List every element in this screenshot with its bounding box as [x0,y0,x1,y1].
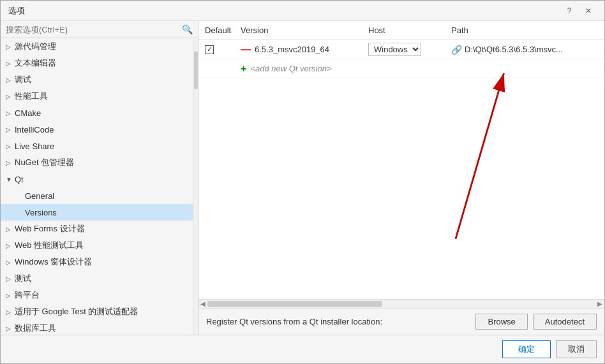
tree-item-google-test[interactable]: ▷适用于 Google Test 的测试适配器 [1,303,193,320]
tree-label-source-control: 源代码管理 [15,41,56,52]
dialog-title: 选项 [8,5,561,17]
cancel-button[interactable]: 取消 [556,340,597,358]
tree-label-nuget: NuGet 包管理器 [15,157,74,168]
tree-item-qt-versions[interactable]: Versions [1,204,193,221]
tree-arrow-perf-tools: ▷ [6,93,15,100]
col-header-version: Version [237,25,364,35]
arrow-overlay [198,40,604,299]
tree-item-web-forms[interactable]: ▷Web Forms 设计器 [1,221,193,237]
tree-arrow-intellicode: ▷ [6,126,15,133]
table-row: — 6.5.3_msvc2019_64 Windows 🔗 D:\Qt\Qt6.… [198,40,604,59]
search-icon: 🔍 [182,24,193,34]
table-body: — 6.5.3_msvc2019_64 Windows 🔗 D:\Qt\Qt6.… [198,40,604,299]
tree-item-db-tools[interactable]: ▷数据库工具 [1,320,193,335]
search-bar: 🔍 [1,21,198,38]
title-bar-controls: ? ✕ [561,4,597,18]
tree-arrow-test: ▷ [6,275,15,282]
tree-arrow-live-share: ▷ [6,143,15,150]
tree-arrow-source-control: ▷ [6,43,15,50]
tree-arrow-google-test: ▷ [6,309,15,316]
dialog-body: 🔍 ▷源代码管理▷文本编辑器▷调试▷性能工具▷CMake▷IntelliCode… [1,21,604,335]
tree-item-cmake[interactable]: ▷CMake [1,105,193,121]
tree-label-perf-tools: 性能工具 [15,91,48,102]
confirm-button[interactable]: 确定 [502,340,551,358]
tree-arrow-debug: ▷ [6,76,15,84]
tree-arrow-web-forms: ▷ [6,226,15,233]
tree-item-intellicode[interactable]: ▷IntelliCode [1,121,193,138]
tree-arrow-db-tools: ▷ [6,325,15,332]
tree-item-debug[interactable]: ▷调试 [1,71,193,88]
close-button[interactable]: ✕ [580,4,597,18]
tree-label-web-perf: Web 性能测试工具 [15,240,84,251]
tree-label-intellicode: IntelliCode [15,125,54,135]
left-panel-inner: ▷源代码管理▷文本编辑器▷调试▷性能工具▷CMake▷IntelliCode▷L… [1,38,198,335]
cell-path: 🔗 D:\Qt\Qt6.5.3\6.5.3\msvc... [447,45,604,55]
register-row: Register Qt versions from a Qt installer… [198,308,604,335]
right-panel: Default Version Host Path — 6.5.3_msvc20… [198,21,604,335]
browse-button[interactable]: Browse [475,314,527,330]
autodetect-button[interactable]: Autodetect [533,314,597,330]
tree-arrow-cross-platform: ▷ [6,292,15,299]
help-button[interactable]: ? [561,4,578,18]
tree-container: ▷源代码管理▷文本编辑器▷调试▷性能工具▷CMake▷IntelliCode▷L… [1,38,193,335]
register-label: Register Qt versions from a Qt installer… [206,317,470,326]
path-icon: 🔗 [451,45,462,55]
tree-item-source-control[interactable]: ▷源代码管理 [1,38,193,55]
table-header: Default Version Host Path [198,21,604,40]
left-scrollbar [193,38,198,335]
scroll-right-arrow[interactable]: ▶ [595,300,604,307]
tree-item-nuget[interactable]: ▷NuGet 包管理器 [1,154,193,171]
cell-version: — 6.5.3_msvc2019_64 [237,44,364,55]
tree-arrow-nuget: ▷ [6,159,15,166]
host-select[interactable]: Windows [368,43,421,56]
tree-label-db-tools: 数据库工具 [15,323,56,334]
col-header-default: Default [198,25,237,35]
col-header-host: Host [364,25,447,35]
svg-line-1 [456,73,504,239]
search-input[interactable] [6,25,178,34]
tree-item-qt-general[interactable]: General [1,187,193,204]
tree-arrow-qt: ▼ [6,176,15,183]
scrollbar-thumb [207,301,382,307]
tree-item-web-perf[interactable]: ▷Web 性能测试工具 [1,237,193,254]
tree-item-text-editor[interactable]: ▷文本编辑器 [1,55,193,71]
options-dialog: 选项 ? ✕ 🔍 ▷源代码管理▷文本编辑器▷调试▷性能工具▷CMake▷Inte… [0,0,605,364]
tree-label-cmake: CMake [15,108,41,118]
table-scrollbar: ◀ ▶ [198,299,604,308]
tree-label-qt-general: General [25,191,54,201]
tree-arrow-text-editor: ▷ [6,60,15,67]
tree-label-google-test: 适用于 Google Test 的测试适配器 [15,306,138,317]
tree-arrow-cmake: ▷ [6,110,15,117]
tree-item-qt[interactable]: ▼Qt [1,171,193,187]
tree-label-cross-platform: 跨平台 [15,289,40,301]
tree-label-qt-versions: Versions [25,208,57,217]
add-cell-version: + <add new Qt version> [237,63,364,75]
tree-arrow-win-designer: ▷ [6,259,15,266]
cell-default [198,45,237,54]
add-version-row[interactable]: + <add new Qt version> [198,59,604,78]
tree-label-web-forms: Web Forms 设计器 [15,223,85,235]
tree-label-live-share: Live Share [15,142,54,151]
version-dash-icon: — [241,44,251,55]
scroll-left-arrow[interactable]: ◀ [198,300,207,307]
left-panel: 🔍 ▷源代码管理▷文本编辑器▷调试▷性能工具▷CMake▷IntelliCode… [1,21,198,335]
default-checkbox[interactable] [205,45,214,54]
scrollbar-track [207,301,595,307]
tree-item-live-share[interactable]: ▷Live Share [1,138,193,154]
tree-label-qt: Qt [15,175,24,184]
add-version-label[interactable]: <add new Qt version> [250,64,331,73]
tree-label-win-designer: Windows 窗体设计器 [15,256,92,268]
left-scrollbar-thumb [194,51,198,89]
tree-item-perf-tools[interactable]: ▷性能工具 [1,88,193,105]
tree-arrow-web-perf: ▷ [6,242,15,249]
path-text: D:\Qt\Qt6.5.3\6.5.3\msvc... [465,45,563,54]
col-header-path: Path [447,25,604,35]
tree-item-test[interactable]: ▷测试 [1,270,193,287]
tree-item-win-designer[interactable]: ▷Windows 窗体设计器 [1,254,193,270]
tree-label-test: 测试 [15,273,31,284]
title-bar: 选项 ? ✕ [1,1,604,21]
add-plus-icon: + [241,63,246,75]
tree-item-cross-platform[interactable]: ▷跨平台 [1,287,193,303]
cell-host: Windows [364,43,447,56]
tree-label-debug: 调试 [15,74,31,85]
